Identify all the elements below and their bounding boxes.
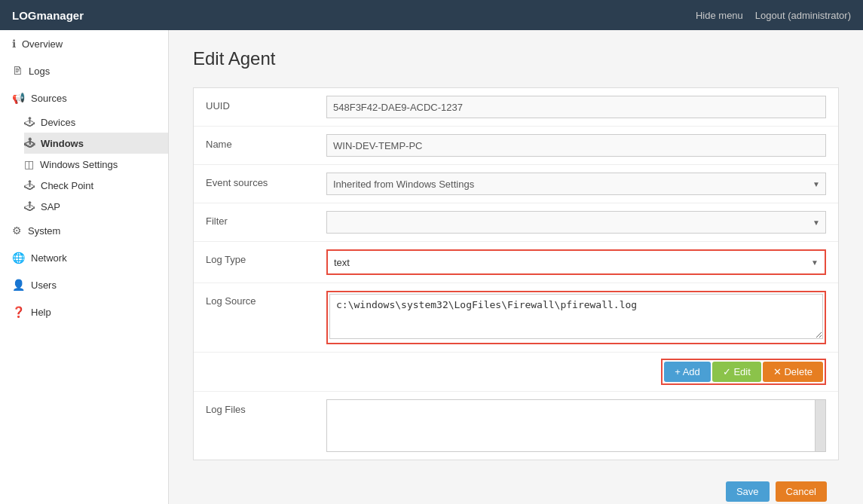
sidebar-item-label: SAP (41, 201, 60, 212)
log-files-label: Log Files (206, 399, 326, 415)
sap-icon: 🕹 (24, 200, 35, 212)
sidebar-item-label: Devices (41, 117, 75, 128)
log-files-row: Log Files (194, 392, 838, 460)
filter-control: ▼ (326, 211, 826, 234)
name-input[interactable] (326, 134, 826, 157)
add-button[interactable]: + Add (664, 362, 711, 382)
filter-select-wrapper: ▼ (326, 211, 826, 234)
sidebar-item-label: Help (31, 307, 51, 318)
sidebar-item-overview[interactable]: ℹ Overview (0, 30, 168, 57)
log-source-buttons-row: + Add ✓ Edit ✕ Delete (194, 353, 838, 392)
name-control (326, 134, 826, 157)
bottom-actions: Save Cancel (193, 472, 839, 504)
event-sources-select-wrapper: Inherited from Windows Settings Custom ▼ (326, 173, 826, 195)
sidebar-sub-sources: 🕹 Devices 🕹 Windows ◫ Windows Settings 🕹… (0, 111, 168, 217)
sidebar-item-label: Windows Settings (40, 159, 118, 170)
page-title: Edit Agent (193, 48, 839, 69)
sidebar-item-network[interactable]: 🌐 Network (0, 244, 168, 271)
sidebar-item-label: Users (31, 279, 57, 291)
overview-icon: ℹ (12, 38, 16, 50)
devices-icon: 🕹 (24, 116, 35, 128)
sidebar-item-system[interactable]: ⚙ System (0, 217, 168, 244)
log-type-chevron-down-icon: ▼ (805, 258, 825, 267)
network-icon: 🌐 (12, 252, 25, 264)
log-source-outer: c:\windows\system32\LogFiles\Firewall\pf… (326, 291, 826, 344)
app-title: LOGmanager (12, 9, 84, 22)
uuid-input[interactable] (326, 96, 826, 118)
event-sources-control: Inherited from Windows Settings Custom ▼ (326, 173, 826, 195)
cancel-button[interactable]: Cancel (776, 481, 827, 502)
logout-button[interactable]: Logout (administrator) (755, 10, 851, 21)
sidebar-item-label: Check Point (41, 180, 93, 191)
windows-settings-icon: ◫ (24, 158, 34, 170)
sidebar-item-windows-settings[interactable]: ◫ Windows Settings (24, 154, 168, 175)
log-type-input[interactable] (328, 251, 805, 273)
uuid-label: UUID (206, 96, 326, 111)
name-row: Name (194, 127, 838, 165)
sidebar-item-label: Windows (41, 138, 84, 149)
sources-icon: 📢 (12, 92, 25, 104)
windows-icon: 🕹 (24, 137, 35, 149)
sidebar-item-label: System (28, 225, 60, 237)
sidebar-item-label: Overview (22, 38, 63, 50)
log-files-area[interactable] (326, 399, 826, 452)
sidebar: ℹ Overview 🖹 Logs 📢 Sources 🕹 Devices 🕹 … (0, 30, 169, 504)
system-icon: ⚙ (12, 225, 22, 237)
sidebar-item-help[interactable]: ❓ Help (0, 298, 168, 325)
log-type-control: ▼ (326, 249, 826, 275)
log-source-row: Log Source c:\windows\system32\LogFiles\… (194, 283, 838, 353)
log-source-label: Log Source (206, 291, 326, 307)
sidebar-item-label: Sources (31, 93, 67, 104)
filter-label: Filter (206, 211, 326, 227)
save-button[interactable]: Save (726, 481, 770, 502)
delete-button[interactable]: ✕ Delete (763, 362, 823, 382)
check-point-icon: 🕹 (24, 179, 35, 191)
app-header: LOGmanager Hide menu Logout (administrat… (0, 0, 863, 30)
layout: ℹ Overview 🖹 Logs 📢 Sources 🕹 Devices 🕹 … (0, 30, 863, 504)
sidebar-item-label: Network (31, 252, 67, 264)
sidebar-item-devices[interactable]: 🕹 Devices (24, 111, 168, 133)
sidebar-item-logs[interactable]: 🖹 Logs (0, 57, 168, 84)
sidebar-item-users[interactable]: 👤 Users (0, 271, 168, 298)
log-type-row: Log Type ▼ (194, 242, 838, 283)
log-files-scrollbar[interactable] (815, 400, 825, 451)
sidebar-item-sources[interactable]: 📢 Sources (0, 84, 168, 111)
event-sources-row: Event sources Inherited from Windows Set… (194, 165, 838, 203)
log-type-outer: ▼ (326, 249, 826, 275)
event-sources-select[interactable]: Inherited from Windows Settings Custom (326, 173, 826, 195)
help-icon: ❓ (12, 306, 25, 318)
edit-agent-form: UUID Name Event sources Inherited f (193, 87, 839, 460)
uuid-row: UUID (194, 88, 838, 127)
edit-button[interactable]: ✓ Edit (712, 362, 761, 382)
log-files-control (326, 399, 826, 452)
hide-menu-button[interactable]: Hide menu (696, 10, 743, 21)
sidebar-item-windows[interactable]: 🕹 Windows (24, 133, 168, 154)
action-buttons-group: + Add ✓ Edit ✕ Delete (661, 359, 826, 385)
log-source-textarea[interactable]: c:\windows\system32\LogFiles\Firewall\pf… (329, 294, 823, 339)
event-sources-label: Event sources (206, 173, 326, 188)
filter-row: Filter ▼ (194, 203, 838, 242)
users-icon: 👤 (12, 279, 25, 291)
sidebar-item-sap[interactable]: 🕹 SAP (24, 196, 168, 217)
log-source-control: c:\windows\system32\LogFiles\Firewall\pf… (326, 291, 826, 344)
header-actions: Hide menu Logout (administrator) (696, 10, 851, 21)
log-type-label: Log Type (206, 249, 326, 265)
main-content: Edit Agent UUID Name Event sources (169, 30, 863, 504)
sidebar-item-check-point[interactable]: 🕹 Check Point (24, 175, 168, 196)
filter-select[interactable] (326, 211, 826, 234)
uuid-control (326, 96, 826, 118)
name-label: Name (206, 134, 326, 150)
sidebar-item-label: Logs (29, 66, 50, 77)
logs-icon: 🖹 (12, 65, 23, 77)
